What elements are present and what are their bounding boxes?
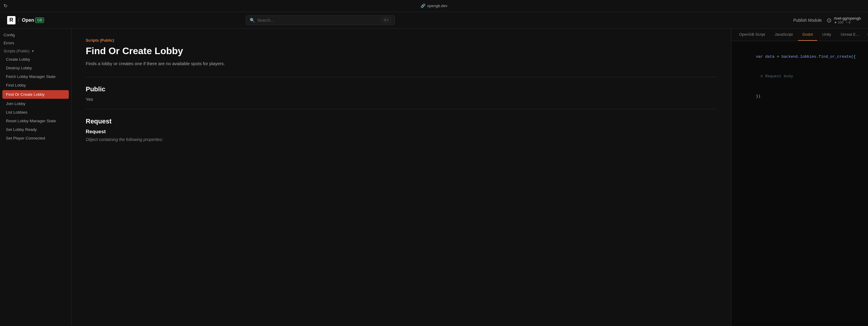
sidebar-item-fetch-lobby-manager-state[interactable]: Fetch Lobby Manager State (0, 72, 71, 81)
sidebar-item-label: Join Lobby (6, 101, 25, 106)
code-bracket-close: }) (756, 94, 761, 98)
sidebar-config-label: Config (4, 33, 15, 37)
code-line-3: }) (737, 87, 862, 106)
code-method: backend.lobbies.find_or_create (781, 55, 851, 59)
logo-open-text: Open (22, 18, 34, 23)
tab-unity[interactable]: Unity (818, 29, 836, 41)
github-forks: ⑂ 6 (846, 21, 850, 24)
code-line-2: # Request body (737, 67, 862, 86)
logo-r-icon: R (7, 16, 16, 24)
sidebar-item-list-lobbies[interactable]: List Lobbies (0, 108, 71, 117)
sidebar-item-label: Reset Lobby Manager State (6, 119, 56, 123)
github-icon: ⊙ (827, 17, 832, 24)
sidebar-item-create-lobby[interactable]: Create Lobby (0, 55, 71, 64)
request-sub-heading: Request (86, 129, 717, 135)
page-description: Finds a lobby or creates one if there ar… (86, 60, 717, 67)
github-stars: ★ 100 (834, 21, 843, 24)
sidebar-item-label: Create Lobby (6, 57, 30, 62)
sidebar-item-join-lobby[interactable]: Join Lobby (0, 99, 71, 108)
search-shortcut: ⌘K (381, 18, 391, 23)
code-content: var data = backend.lobbies.find_or_creat… (732, 41, 868, 112)
sidebar-errors-label: Errors (4, 41, 14, 45)
sidebar-item-destroy-lobby[interactable]: Destroy Lobby (0, 64, 71, 72)
request-heading: Request (86, 115, 717, 125)
code-var-data: data (765, 55, 775, 59)
sidebar-item-find-or-create-lobby[interactable]: Find Or Create Lobby (2, 90, 69, 99)
header-right: Publish Module ⊙ rivet-gg/opengb ★ 100 ⑂… (793, 16, 861, 24)
request-sub-description: Object containing the following properti… (86, 137, 717, 142)
search-bar[interactable]: 🔍 ⌘K (246, 15, 395, 25)
sidebar-item-label: Fetch Lobby Manager State (6, 74, 56, 79)
sidebar-config[interactable]: Config (0, 31, 71, 39)
sidebar-item-label: Set Player Connected (6, 136, 45, 140)
public-heading: Public (86, 83, 717, 93)
sidebar-item-set-player-connected[interactable]: Set Player Connected (0, 134, 71, 142)
github-counts: ★ 100 ⑂ 6 (834, 21, 861, 24)
url-text: opengb.dev (427, 4, 447, 8)
tab-javascript[interactable]: JavaScript (770, 29, 797, 41)
logo-opengb[interactable]: Open GB (22, 18, 44, 23)
code-comment: # Request body (756, 74, 793, 78)
page-label: Scripts (Public) (86, 38, 717, 42)
sidebar-item-label: List Lobbies (6, 110, 27, 115)
sidebar-scripts-label: Scripts (Public) (4, 49, 29, 53)
sidebar: Config Errors Scripts (Public) ▾ Create … (0, 29, 71, 326)
main-layout: Config Errors Scripts (Public) ▾ Create … (0, 29, 868, 326)
sidebar-item-reset-lobby-manager-state[interactable]: Reset Lobby Manager State (0, 117, 71, 125)
chevron-down-icon: ▾ (32, 49, 34, 53)
header: R / Open GB 🔍 ⌘K Publish Module ⊙ rivet-… (0, 12, 868, 29)
sidebar-item-find-lobby[interactable]: Find Lobby (0, 81, 71, 90)
code-line-1: var data = backend.lobbies.find_or_creat… (737, 47, 862, 67)
public-value: Yes (86, 97, 717, 102)
link-icon: 🔗 (421, 4, 425, 8)
top-bar: ↻ 🔗 opengb.dev (0, 0, 868, 12)
divider-2 (86, 109, 717, 109)
sidebar-item-label: Find Or Create Lobby (6, 92, 45, 97)
sidebar-item-label: Find Lobby (6, 83, 26, 88)
code-panel: OpenGB Script JavaScript Godot Unity Unr… (731, 29, 868, 326)
search-input[interactable] (257, 18, 379, 23)
sidebar-errors[interactable]: Errors (0, 39, 71, 47)
code-space (763, 55, 765, 59)
code-bracket-open: ({ (851, 55, 856, 59)
github-repo: rivet-gg/opengb (834, 16, 861, 21)
github-stats: rivet-gg/opengb ★ 100 ⑂ 6 (834, 16, 861, 24)
search-icon: 🔍 (250, 18, 255, 23)
copy-code-button[interactable]: ⧉ (865, 30, 868, 39)
url-bar: 🔗 opengb.dev (421, 4, 447, 8)
logo-area: R / Open GB (7, 16, 44, 24)
content-area: Scripts (Public) Find Or Create Lobby Fi… (71, 29, 731, 326)
tab-godot[interactable]: Godot (798, 29, 817, 41)
page-title: Find Or Create Lobby (86, 45, 717, 57)
code-equals: = (775, 55, 781, 59)
sidebar-item-label: Set Lobby Ready (6, 127, 37, 132)
logo-gb-badge: GB (35, 18, 44, 23)
tab-unreal[interactable]: Unreal E… (836, 29, 864, 41)
sidebar-item-set-lobby-ready[interactable]: Set Lobby Ready (0, 125, 71, 134)
publish-module-button[interactable]: Publish Module (793, 18, 822, 23)
divider-1 (86, 77, 717, 77)
code-keyword-var: var (756, 55, 763, 59)
reload-icon[interactable]: ↻ (4, 3, 7, 9)
search-wrapper[interactable]: 🔍 ⌘K (246, 15, 395, 25)
github-area[interactable]: ⊙ rivet-gg/opengb ★ 100 ⑂ 6 (827, 16, 861, 24)
tab-opengb-script[interactable]: OpenGB Script (735, 29, 769, 41)
sidebar-scripts-section: Scripts (Public) ▾ (0, 47, 71, 55)
code-tabs: OpenGB Script JavaScript Godot Unity Unr… (732, 29, 868, 41)
logo-slash: / (18, 17, 20, 24)
sidebar-item-label: Destroy Lobby (6, 66, 32, 70)
